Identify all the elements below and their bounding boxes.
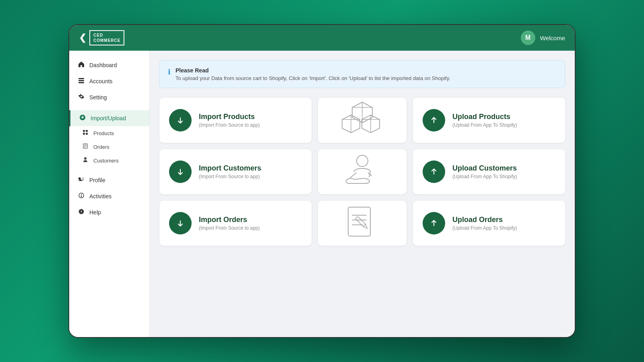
- logo-text: CED COMMERCE: [89, 30, 124, 45]
- main-content: ℹ Please Read To upload your Data from s…: [150, 51, 575, 337]
- sidebar-item-orders-label: Orders: [93, 144, 109, 150]
- upload-customers-card[interactable]: Upload Customers (Upload From App To Sho…: [413, 149, 565, 194]
- import-products-title: Import Products: [199, 113, 260, 121]
- upload-customers-title: Upload Customers: [452, 164, 517, 173]
- products-illustration: [318, 98, 407, 143]
- logo[interactable]: ❮ CED COMMERCE: [79, 30, 124, 45]
- svg-point-14: [81, 196, 82, 197]
- sidebar-item-products[interactable]: Products: [69, 126, 149, 140]
- sidebar-item-orders[interactable]: Orders: [69, 140, 149, 154]
- orders-illustration: [318, 201, 407, 246]
- upload-customers-text: Upload Customers (Upload From App To Sho…: [452, 164, 517, 180]
- import-products-text: Import Products (Import From Source to a…: [199, 113, 260, 128]
- svg-rect-4: [83, 130, 85, 132]
- person-hand-icon: [340, 150, 384, 194]
- import-orders-text: Import Orders (Import From Source to app…: [199, 216, 260, 231]
- activities-icon: [77, 192, 85, 200]
- info-icon: ℹ: [168, 68, 171, 76]
- import-orders-icon: [169, 212, 192, 234]
- customers-icon: [81, 157, 89, 164]
- sidebar-item-dashboard-label: Dashboard: [89, 62, 117, 68]
- svg-rect-7: [86, 133, 88, 135]
- svg-point-18: [357, 155, 368, 167]
- import-orders-card[interactable]: Import Orders (Import From Source to app…: [159, 201, 312, 246]
- import-customers-subtitle: (Import From Source to app): [199, 174, 261, 179]
- accounts-icon: [77, 77, 85, 85]
- upload-orders-text: Upload Orders (Upload From App To Shopif…: [452, 216, 517, 231]
- boxes-icon: [340, 98, 384, 142]
- orders-icon: [81, 143, 89, 150]
- banner-description: To upload your Data from source cart to …: [175, 75, 450, 81]
- upload-customers-subtitle: (Upload From App To Shopify): [452, 174, 517, 179]
- welcome-label: Welcome: [540, 35, 565, 41]
- import-customers-text: Import Customers (Import From Source to …: [199, 164, 261, 180]
- avatar[interactable]: M: [521, 31, 535, 45]
- upload-orders-card[interactable]: Upload Orders (Upload From App To Shopif…: [413, 201, 565, 246]
- upload-products-subtitle: (Upload From App To Shopify): [452, 122, 517, 128]
- import-orders-title: Import Orders: [199, 216, 260, 224]
- upload-orders-subtitle: (Upload From App To Shopify): [452, 225, 517, 231]
- profile-icon: [77, 176, 85, 184]
- upload-products-icon: [423, 109, 445, 132]
- sidebar-item-import-upload[interactable]: Import/Upload: [69, 110, 149, 126]
- header-right: M Welcome: [521, 31, 565, 45]
- upload-products-text: Upload Products (Upload From App To Shop…: [452, 113, 517, 128]
- upload-orders-title: Upload Orders: [452, 216, 517, 224]
- notepad-pen-icon: [340, 201, 384, 245]
- upload-products-card[interactable]: Upload Products (Upload From App To Shop…: [413, 98, 565, 143]
- svg-rect-2: [78, 82, 84, 83]
- import-orders-subtitle: (Import From Source to app): [199, 225, 260, 231]
- sidebar-item-setting[interactable]: Setting: [69, 89, 149, 105]
- import-customers-title: Import Customers: [199, 164, 261, 173]
- sidebar-item-activities[interactable]: Activities: [69, 188, 149, 204]
- sidebar-item-accounts[interactable]: Accounts: [69, 73, 149, 89]
- sidebar-item-accounts-label: Accounts: [89, 78, 113, 84]
- upload-orders-icon: [423, 212, 445, 234]
- svg-rect-21: [348, 207, 370, 236]
- import-customers-card[interactable]: Import Customers (Import From Source to …: [159, 149, 312, 194]
- banner-title: Please Read: [175, 67, 450, 74]
- import-products-icon: [169, 109, 192, 132]
- sidebar-item-setting-label: Setting: [89, 94, 107, 101]
- sidebar-item-customers[interactable]: Customers: [69, 154, 149, 167]
- sidebar-item-activities-label: Activities: [89, 193, 111, 200]
- upload-customers-icon: [423, 160, 445, 183]
- products-icon: [81, 130, 89, 137]
- import-upload-icon: [78, 114, 87, 122]
- sidebar-item-import-upload-label: Import/Upload: [91, 115, 126, 121]
- svg-rect-1: [78, 80, 84, 81]
- import-customers-icon: [169, 160, 192, 183]
- cards-grid: Import Products (Import From Source to a…: [159, 98, 565, 246]
- setting-icon: [77, 93, 85, 101]
- upload-products-title: Upload Products: [452, 113, 517, 121]
- info-banner: ℹ Please Read To upload your Data from s…: [159, 60, 565, 88]
- import-products-subtitle: (Import From Source to app): [199, 122, 260, 128]
- sidebar-item-customers-label: Customers: [93, 158, 119, 164]
- help-icon: [77, 208, 85, 216]
- app-header: ❮ CED COMMERCE M Welcome: [69, 25, 575, 51]
- customers-illustration: [318, 149, 407, 194]
- sidebar-item-profile[interactable]: Profile: [69, 172, 149, 188]
- svg-rect-5: [86, 130, 88, 132]
- svg-rect-0: [78, 78, 84, 79]
- body-area: Dashboard Accounts Setting Import/Up: [69, 51, 575, 337]
- logo-chevron-icon: ❮: [79, 33, 86, 43]
- import-products-card[interactable]: Import Products (Import From Source to a…: [159, 98, 312, 143]
- sidebar-item-help-label: Help: [89, 209, 101, 216]
- home-icon: [77, 61, 85, 69]
- sidebar-item-dashboard[interactable]: Dashboard: [69, 57, 149, 73]
- sidebar-item-products-label: Products: [93, 130, 114, 136]
- sidebar: Dashboard Accounts Setting Import/Up: [69, 51, 150, 337]
- svg-rect-6: [83, 133, 85, 135]
- sidebar-item-profile-label: Profile: [89, 177, 105, 183]
- sidebar-item-help[interactable]: Help: [69, 204, 149, 220]
